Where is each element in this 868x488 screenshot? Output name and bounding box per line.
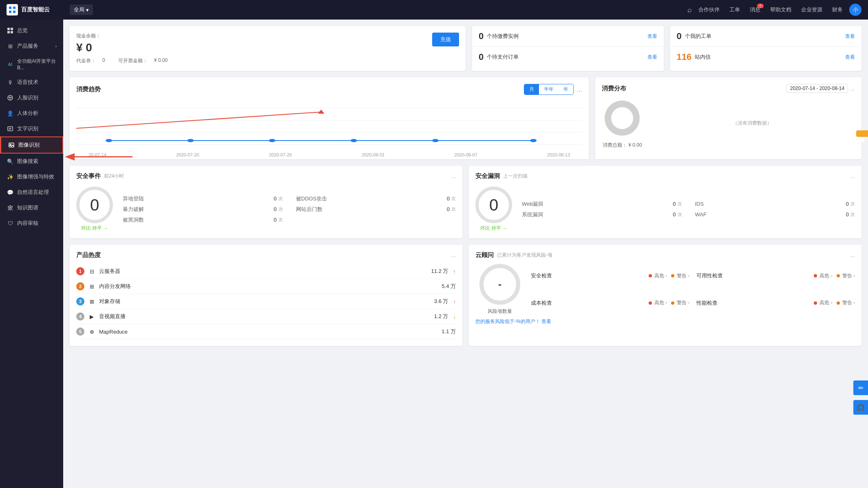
recharge-button[interactable]: 充值 [432, 33, 459, 46]
mapreduce-icon: ⊕ [88, 328, 96, 336]
prod-item-4: 5 ⊕ MapReduce 1.1 万 [76, 324, 456, 339]
svg-point-27 [530, 139, 537, 142]
sec-events-compare: 环比 持平 → [81, 225, 108, 232]
prod-item-0: 1 ⊟ 云服务器 11.2 万 ↑ [76, 264, 456, 279]
sidebar: 总览 ⊞ 产品服务 › AI 全功能AI开发平台B... 🎙 语音技术 人脸识别 [0, 20, 63, 488]
prod-val-4: 1.1 万 [442, 328, 456, 335]
sidebar-item-body[interactable]: 👤 人体分析 [0, 106, 63, 121]
storage-icon: ⊠ [88, 297, 96, 306]
sec-events-more[interactable]: ... [451, 173, 456, 179]
pending-orders-num: 0 [479, 52, 484, 62]
svg-rect-1 [13, 7, 15, 9]
nav-finance[interactable]: 财务 [832, 6, 843, 13]
tab-year[interactable]: 年 [559, 84, 573, 95]
region-selector[interactable]: 全局 ▾ [70, 4, 93, 15]
row-charts: 消费趋势 月 半年 年 ... [70, 77, 861, 159]
sec-stat-4: 被黑洞数 0 次 [123, 216, 283, 224]
pending-orders-link[interactable]: 查看 [647, 54, 657, 61]
dot-high-0 [649, 274, 652, 277]
nav-ticket[interactable]: 工单 [729, 6, 740, 13]
media-icon: ▶ [88, 312, 96, 321]
prod-rank-1: 1 [76, 267, 84, 275]
trend-more[interactable]: ... [577, 86, 582, 93]
svg-rect-11 [8, 127, 13, 131]
edit-float-btn[interactable]: ✏ [853, 380, 868, 395]
product-heat-more[interactable]: ... [451, 252, 456, 258]
sidebar-label-ai-platform: 全功能AI开发平台B... [17, 58, 57, 70]
svg-rect-0 [9, 7, 11, 9]
advisor-sub: 已累计为客户发现风险-项 [497, 252, 552, 259]
sidebar-label-image-enhance: 图像增强与特效 [17, 173, 54, 180]
voucher-val: 0 [102, 57, 105, 64]
sidebar-item-face[interactable]: 人脸识别 [0, 90, 63, 106]
advisor-footer: 您的服务风险低于-%的用户！ 查看 [475, 318, 855, 325]
prod-rank-5: 5 [76, 328, 84, 336]
x-label-2: 2020-07-26 [269, 152, 292, 157]
prod-val-2: 3.6 万 [434, 298, 448, 305]
enhance-icon: ✨ [7, 173, 14, 180]
promo-button[interactable]: 有奖调研 [856, 130, 868, 137]
pending-instances-link[interactable]: 查看 [647, 33, 657, 40]
sec-vuln-more[interactable]: ... [850, 173, 855, 179]
advisor-more[interactable]: ... [850, 252, 855, 258]
row-security: 安全事件 前24小时 ... 0 环比 持平 → 异地登陆 [70, 166, 861, 238]
sidebar-item-nlp[interactable]: 💬 自然语言处理 [0, 185, 63, 200]
svg-point-10 [11, 97, 11, 98]
sec-stat-1: 被DDOS攻击 0 次 [296, 195, 456, 202]
sidebar-item-kg[interactable]: 🕸 知识图谱 [0, 200, 63, 215]
dist-body: 消费总额： ¥ 0.00 （没有消费数据） [602, 98, 855, 149]
sidebar-item-overview[interactable]: 总览 [0, 23, 63, 38]
sidebar-item-products[interactable]: ⊞ 产品服务 › [0, 38, 63, 54]
sidebar-label-audit: 内容审核 [17, 220, 38, 227]
chevron-down-icon: ▾ [86, 7, 89, 13]
nav-help[interactable]: 帮助文档 [770, 6, 791, 13]
sidebar-item-ai-platform[interactable]: AI 全功能AI开发平台B... [0, 54, 63, 75]
sidebar-item-speech[interactable]: 🎙 语音技术 [0, 75, 63, 90]
nlp-icon: 💬 [7, 189, 14, 196]
dist-more[interactable]: ... [850, 86, 855, 92]
sidebar-item-image-recognition[interactable]: 图像识别 [0, 136, 63, 154]
sidebar-item-ocr[interactable]: 文字识别 [0, 121, 63, 136]
svg-point-9 [9, 97, 10, 98]
prod-name-0: 云服务器 [99, 268, 428, 275]
sidebar-label-nlp: 自然语言处理 [17, 189, 49, 196]
balance-amount: ¥ 0 [76, 41, 432, 54]
svg-point-23 [187, 139, 194, 142]
nav-partner[interactable]: 合作伙伴 [698, 6, 720, 13]
headset-float-btn[interactable]: 🎧 [853, 400, 868, 415]
svg-rect-6 [7, 31, 10, 33]
x-label-4: 2020-08-07 [455, 152, 477, 157]
nav-enterprise[interactable]: 企业资源 [801, 6, 822, 13]
avatar[interactable]: 小 [849, 4, 861, 16]
my-orders-link[interactable]: 查看 [845, 33, 855, 40]
sidebar-item-image-enhance[interactable]: ✨ 图像增强与特效 [0, 169, 63, 185]
row-bottom: 产品热度 ... 1 ⊟ 云服务器 11.2 万 ↑ 2 ⊞ 内容分发网络 5.… [70, 245, 861, 346]
dot-warn-2 [671, 301, 674, 305]
sec-events-title: 安全事件 [76, 172, 101, 180]
vuln-stat-1: IDS 0 次 [695, 200, 855, 208]
x-label-3: 2020-08-01 [362, 152, 384, 157]
svg-point-8 [8, 95, 13, 100]
arrow-icon: › [55, 44, 57, 48]
tab-month[interactable]: 月 [524, 84, 539, 95]
my-orders-row: 0 个我的工单 查看 [670, 26, 862, 47]
product-heat-title: 产品热度 [76, 251, 264, 259]
logo[interactable]: 百度智能云 [7, 4, 70, 15]
search-button[interactable]: ⌕ [687, 6, 692, 14]
sidebar-item-image-search[interactable]: 🔍 图像搜索 [0, 154, 63, 169]
cloud-server-icon: ⊟ [88, 267, 96, 275]
my-orders-num: 0 [677, 31, 682, 42]
ai-platform-icon: AI [7, 61, 14, 68]
security-vuln-card: 安全漏洞 上一次扫描 ... 0 环比 持平 → Web漏洞 [469, 166, 861, 238]
date-picker[interactable]: 2020-07-14 - 2020-08-14 [786, 84, 848, 93]
pending-instances-num: 0 [479, 31, 484, 42]
advisor-items: 安全检查 高危 - 警告 - 可用性检查 高危 - 警告 - [531, 264, 855, 315]
tab-half-year[interactable]: 半年 [539, 84, 559, 95]
sec-stat-2: 暴力破解 0 次 [123, 206, 283, 213]
messages-link[interactable]: 查看 [845, 54, 855, 61]
sec-vuln-sub: 上一次扫描 [503, 173, 528, 180]
svg-point-28 [608, 104, 636, 132]
nav-message[interactable]: 消息 ! [750, 6, 760, 13]
dist-title: 消费分布 [602, 85, 786, 92]
sidebar-item-audit[interactable]: 🛡 内容审核 [0, 215, 63, 231]
